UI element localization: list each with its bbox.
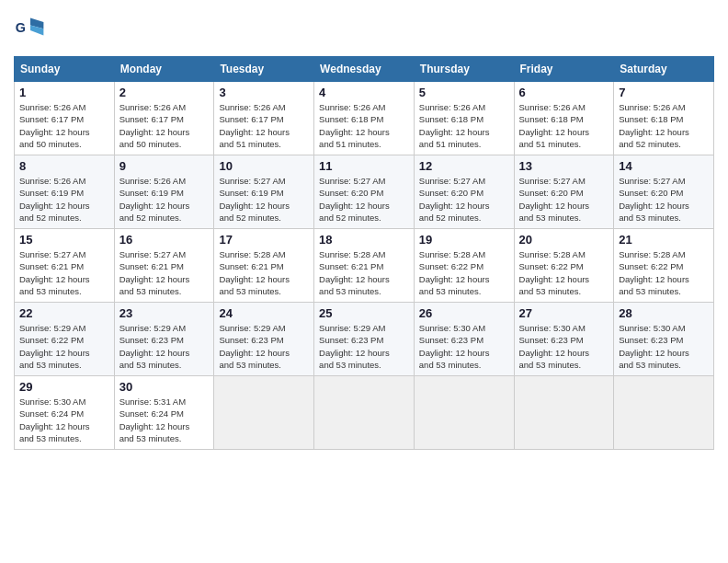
week-row-2: 15Sunrise: 5:27 AM Sunset: 6:21 PM Dayli…: [15, 229, 714, 303]
weekday-header-tuesday: Tuesday: [214, 57, 314, 82]
day-cell: 2Sunrise: 5:26 AM Sunset: 6:17 PM Daylig…: [114, 82, 214, 155]
day-cell: 26Sunrise: 5:30 AM Sunset: 6:23 PM Dayli…: [414, 303, 514, 376]
day-cell: 3Sunrise: 5:26 AM Sunset: 6:17 PM Daylig…: [214, 82, 314, 155]
day-cell: 8Sunrise: 5:26 AM Sunset: 6:19 PM Daylig…: [15, 155, 115, 229]
day-info: Sunrise: 5:28 AM Sunset: 6:21 PM Dayligh…: [319, 248, 409, 297]
day-cell: 5Sunrise: 5:26 AM Sunset: 6:18 PM Daylig…: [414, 82, 514, 155]
weekday-header-sunday: Sunday: [15, 57, 115, 82]
day-cell: 10Sunrise: 5:27 AM Sunset: 6:19 PM Dayli…: [214, 155, 314, 229]
day-info: Sunrise: 5:29 AM Sunset: 6:23 PM Dayligh…: [319, 322, 409, 371]
day-info: Sunrise: 5:27 AM Sunset: 6:21 PM Dayligh…: [19, 248, 109, 297]
day-cell: 21Sunrise: 5:28 AM Sunset: 6:22 PM Dayli…: [614, 229, 714, 303]
day-info: Sunrise: 5:27 AM Sunset: 6:20 PM Dayligh…: [419, 175, 509, 224]
day-info: Sunrise: 5:31 AM Sunset: 6:24 PM Dayligh…: [119, 396, 210, 444]
day-info: Sunrise: 5:26 AM Sunset: 6:18 PM Dayligh…: [619, 101, 709, 150]
day-number: 27: [519, 306, 609, 320]
day-cell: 24Sunrise: 5:29 AM Sunset: 6:23 PM Dayli…: [214, 303, 314, 376]
day-info: Sunrise: 5:27 AM Sunset: 6:20 PM Dayligh…: [519, 175, 609, 224]
day-number: 9: [119, 159, 210, 173]
day-cell: 4Sunrise: 5:26 AM Sunset: 6:18 PM Daylig…: [314, 82, 415, 155]
day-cell: 28Sunrise: 5:30 AM Sunset: 6:23 PM Dayli…: [614, 303, 714, 376]
day-number: 4: [319, 86, 409, 99]
day-number: 18: [319, 233, 409, 247]
day-cell: 27Sunrise: 5:30 AM Sunset: 6:23 PM Dayli…: [514, 303, 614, 376]
day-number: 5: [419, 86, 509, 99]
day-number: 22: [19, 306, 109, 320]
page-container: G SundayMondayTuesdayWednesdayThursdayFr…: [14, 14, 714, 450]
day-cell: [214, 376, 314, 450]
day-cell: 29Sunrise: 5:30 AM Sunset: 6:24 PM Dayli…: [15, 376, 115, 450]
weekday-header-monday: Monday: [114, 57, 214, 82]
day-cell: [614, 376, 714, 450]
day-info: Sunrise: 5:26 AM Sunset: 6:19 PM Dayligh…: [19, 175, 109, 224]
day-cell: 6Sunrise: 5:26 AM Sunset: 6:18 PM Daylig…: [514, 82, 614, 155]
week-row-1: 8Sunrise: 5:26 AM Sunset: 6:19 PM Daylig…: [15, 155, 714, 229]
day-number: 13: [519, 159, 609, 173]
day-info: Sunrise: 5:28 AM Sunset: 6:22 PM Dayligh…: [519, 248, 609, 297]
day-number: 3: [219, 86, 309, 99]
day-number: 15: [19, 233, 109, 247]
day-info: Sunrise: 5:28 AM Sunset: 6:22 PM Dayligh…: [419, 248, 509, 297]
day-cell: 7Sunrise: 5:26 AM Sunset: 6:18 PM Daylig…: [614, 82, 714, 155]
day-number: 28: [619, 306, 709, 320]
day-number: 25: [319, 306, 409, 320]
day-cell: 23Sunrise: 5:29 AM Sunset: 6:23 PM Dayli…: [114, 303, 214, 376]
day-number: 1: [19, 86, 109, 99]
day-cell: 25Sunrise: 5:29 AM Sunset: 6:23 PM Dayli…: [314, 303, 415, 376]
day-info: Sunrise: 5:30 AM Sunset: 6:23 PM Dayligh…: [619, 322, 709, 371]
day-cell: 15Sunrise: 5:27 AM Sunset: 6:21 PM Dayli…: [15, 229, 115, 303]
day-cell: 11Sunrise: 5:27 AM Sunset: 6:20 PM Dayli…: [314, 155, 415, 229]
day-info: Sunrise: 5:30 AM Sunset: 6:24 PM Dayligh…: [19, 396, 109, 444]
weekday-header-wednesday: Wednesday: [314, 57, 415, 82]
header: G: [14, 14, 714, 47]
day-cell: 14Sunrise: 5:27 AM Sunset: 6:20 PM Dayli…: [614, 155, 714, 229]
week-row-4: 29Sunrise: 5:30 AM Sunset: 6:24 PM Dayli…: [15, 376, 714, 450]
day-cell: 1Sunrise: 5:26 AM Sunset: 6:17 PM Daylig…: [15, 82, 115, 155]
weekday-header-row: SundayMondayTuesdayWednesdayThursdayFrid…: [15, 57, 714, 82]
day-info: Sunrise: 5:26 AM Sunset: 6:18 PM Dayligh…: [319, 101, 409, 150]
day-info: Sunrise: 5:28 AM Sunset: 6:21 PM Dayligh…: [219, 248, 309, 297]
day-number: 17: [219, 233, 309, 247]
week-row-0: 1Sunrise: 5:26 AM Sunset: 6:17 PM Daylig…: [15, 82, 714, 155]
day-cell: 18Sunrise: 5:28 AM Sunset: 6:21 PM Dayli…: [314, 229, 415, 303]
day-number: 14: [619, 159, 709, 173]
day-number: 2: [119, 86, 210, 99]
logo-icon: G: [14, 14, 47, 47]
day-cell: [514, 376, 614, 450]
logo: G: [14, 14, 51, 47]
day-info: Sunrise: 5:30 AM Sunset: 6:23 PM Dayligh…: [419, 322, 509, 371]
day-number: 20: [519, 233, 609, 247]
day-info: Sunrise: 5:26 AM Sunset: 6:18 PM Dayligh…: [519, 101, 609, 150]
day-cell: 9Sunrise: 5:26 AM Sunset: 6:19 PM Daylig…: [114, 155, 214, 229]
day-cell: 19Sunrise: 5:28 AM Sunset: 6:22 PM Dayli…: [414, 229, 514, 303]
day-number: 21: [619, 233, 709, 247]
day-cell: 17Sunrise: 5:28 AM Sunset: 6:21 PM Dayli…: [214, 229, 314, 303]
day-cell: [314, 376, 415, 450]
day-info: Sunrise: 5:26 AM Sunset: 6:17 PM Dayligh…: [19, 101, 109, 150]
day-cell: 20Sunrise: 5:28 AM Sunset: 6:22 PM Dayli…: [514, 229, 614, 303]
day-number: 12: [419, 159, 509, 173]
day-info: Sunrise: 5:29 AM Sunset: 6:22 PM Dayligh…: [19, 322, 109, 371]
day-cell: 13Sunrise: 5:27 AM Sunset: 6:20 PM Dayli…: [514, 155, 614, 229]
day-cell: 12Sunrise: 5:27 AM Sunset: 6:20 PM Dayli…: [414, 155, 514, 229]
day-info: Sunrise: 5:29 AM Sunset: 6:23 PM Dayligh…: [219, 322, 309, 371]
day-number: 7: [619, 86, 709, 99]
svg-text:G: G: [16, 20, 26, 35]
day-number: 23: [119, 306, 210, 320]
day-cell: 30Sunrise: 5:31 AM Sunset: 6:24 PM Dayli…: [114, 376, 214, 450]
day-info: Sunrise: 5:27 AM Sunset: 6:19 PM Dayligh…: [219, 175, 309, 224]
day-info: Sunrise: 5:27 AM Sunset: 6:20 PM Dayligh…: [619, 175, 709, 224]
day-number: 10: [219, 159, 309, 173]
day-number: 19: [419, 233, 509, 247]
day-info: Sunrise: 5:26 AM Sunset: 6:18 PM Dayligh…: [419, 101, 509, 150]
calendar-table: SundayMondayTuesdayWednesdayThursdayFrid…: [14, 56, 714, 450]
day-number: 11: [319, 159, 409, 173]
day-cell: [414, 376, 514, 450]
day-number: 16: [119, 233, 210, 247]
day-info: Sunrise: 5:27 AM Sunset: 6:21 PM Dayligh…: [119, 248, 210, 297]
day-info: Sunrise: 5:29 AM Sunset: 6:23 PM Dayligh…: [119, 322, 210, 371]
day-info: Sunrise: 5:30 AM Sunset: 6:23 PM Dayligh…: [519, 322, 609, 371]
day-number: 8: [19, 159, 109, 173]
weekday-header-friday: Friday: [514, 57, 614, 82]
day-number: 6: [519, 86, 609, 99]
